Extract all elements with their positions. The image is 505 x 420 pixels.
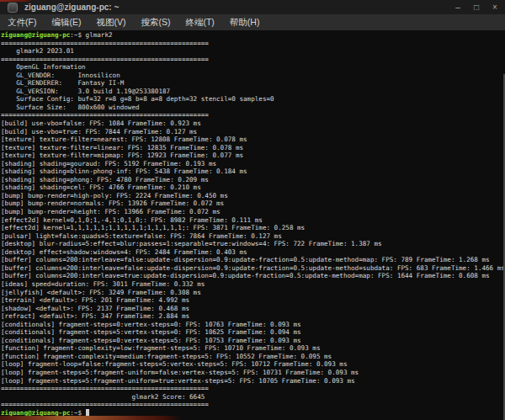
terminal-line: ziguang@ziguang-pc:~$ glmark2 [1, 31, 505, 40]
terminal-line: [shading] shading=blinn-phong-inf: FPS: … [1, 167, 505, 176]
menu-edit[interactable]: 编辑(E) [44, 17, 88, 29]
terminal-line: [shading] shading=phong: FPS: 4780 Frame… [1, 176, 505, 184]
terminal-line: [shadow] <default>: FPS: 2137 FrameTime:… [1, 305, 505, 313]
close-icon[interactable]: × [490, 2, 500, 13]
terminal-line: Surface Size: 800x600 windowed [1, 104, 505, 112]
terminal-line: [bump] bump-render=normals: FPS: 13926 F… [1, 199, 505, 208]
terminal-line: [jellyfish] <default>: FPS: 3249 FrameTi… [1, 289, 505, 297]
terminal-line: OpenGL Information [1, 63, 505, 72]
menu-help[interactable]: 帮助(H) [222, 17, 268, 29]
wallpaper-sliver-top [0, 0, 32, 2]
terminal-line: [conditionals] fragment-steps=0:vertex-s… [1, 337, 505, 345]
terminal-line: GL_RENDERER: Fantasy II-M [1, 79, 505, 88]
terminal-line: [texture] texture-filter=linear: FPS: 12… [1, 144, 505, 152]
terminal-line: [pulsar] light=false:quads=5:texture=fal… [1, 232, 505, 241]
terminal-line: ========================================… [1, 401, 505, 409]
terminal-line: ========================================… [1, 40, 505, 48]
titlebar[interactable]: ziguang@ziguang-pc: ~ – □ × [0, 0, 505, 14]
terminal-line: [texture] texture-filter=nearest: FPS: 1… [1, 136, 505, 144]
terminal-line: [terrain] <default>: FPS: 201 FrameTime:… [1, 296, 505, 305]
terminal-line: [buffer] columns=200:interleave=true:upd… [1, 272, 505, 280]
menubar: 文件(F) 编辑(E) 视图(V) 搜索(S) 终端(T) 帮助(H) [0, 14, 505, 30]
terminal-line: [bump] bump-render=high-poly: FPS: 2224 … [1, 192, 505, 200]
terminal-line: glmark2 2023.01 [1, 47, 505, 56]
terminal-window: ziguang@ziguang-pc: ~ – □ × 文件(F) 编辑(E) … [0, 0, 505, 420]
menu-terminal[interactable]: 终端(T) [178, 17, 221, 29]
menu-file[interactable]: 文件(F) [0, 17, 44, 29]
terminal-line: [conditionals] fragment-steps=0:vertex-s… [1, 321, 505, 329]
terminal-line: [buffer] columns=200:interleave=false:up… [1, 256, 505, 264]
terminal-line: GL_VERSION: 3.0 build 1.19@253380187 [1, 88, 505, 96]
terminal-app-icon [8, 3, 18, 13]
wallpaper-sliver-bottom [0, 416, 181, 420]
maximize-icon[interactable]: □ [471, 2, 481, 13]
terminal-cursor [86, 409, 90, 416]
terminal-line: [loop] fragment-steps=5:fragment-uniform… [1, 369, 505, 377]
terminal-line: [effect2d] kernel=1,1,1,1,1;1,1,1,1,1;1,… [1, 224, 505, 232]
terminal-line: [shading] shading=cel: FPS: 4766 FrameTi… [1, 183, 505, 192]
terminal-line: [effect2d] kernel=0,1,0;1,-4,1;0,1,0;: F… [1, 216, 505, 225]
terminal-line: [texture] texture-filter=mipmap: FPS: 12… [1, 152, 505, 160]
prompt-user-host: ziguang@ziguang-pc [1, 31, 70, 39]
menu-search[interactable]: 搜索(S) [133, 17, 178, 29]
window-title: ziguang@ziguang-pc: ~ [24, 3, 119, 12]
terminal-line: [ideas] speed=duration: FPS: 3011 FrameT… [1, 280, 505, 289]
terminal-line: [loop] fragment-steps=5:fragment-uniform… [1, 377, 505, 385]
terminal-line: Surface Config: buf=32 r=8 g=8 b=8 a=8 d… [1, 95, 505, 104]
terminal-output[interactable]: ziguang@ziguang-pc:~$ glmark2===========… [0, 30, 505, 420]
terminal-line: glmark2 Score: 6645 [1, 393, 505, 401]
window-controls: – □ × [453, 2, 500, 13]
terminal-line: [conditionals] fragment-steps=5:vertex-s… [1, 328, 505, 337]
terminal-line: [bump] bump-render=height: FPS: 13966 Fr… [1, 208, 505, 216]
prompt-text: :~$ glmark2 [70, 31, 112, 39]
terminal-line: [desktop] effect=shadow:windows=4: FPS: … [1, 248, 505, 257]
terminal-line: [loop] fragment-loop=false:fragment-step… [1, 360, 505, 369]
terminal-line: [function] fragment-complexity=medium:fr… [1, 353, 505, 361]
terminal-line: [function] fragment-complexity=low:fragm… [1, 344, 505, 353]
terminal-line: [build] use-vbo=true: FPS: 7844 FrameTim… [1, 128, 505, 136]
terminal-line: [desktop] blur-radius=5:effect=blur:pass… [1, 240, 505, 248]
terminal-line: ========================================… [1, 111, 505, 120]
terminal-line: [refract] <default>: FPS: 347 FrameTime:… [1, 312, 505, 321]
menu-view[interactable]: 视图(V) [88, 17, 133, 29]
terminal-line: [buffer] columns=200:interleave=false:up… [1, 264, 505, 273]
terminal-line: ========================================… [1, 56, 505, 64]
terminal-line: [build] use-vbo=false: FPS: 1084 FrameTi… [1, 120, 505, 128]
terminal-line: GL_VENDOR: Innosilicon [1, 72, 505, 80]
terminal-line: [shading] shading=gouraud: FPS: 5192 Fra… [1, 160, 505, 168]
terminal-line: ========================================… [1, 385, 505, 393]
minimize-icon[interactable]: – [453, 2, 463, 13]
